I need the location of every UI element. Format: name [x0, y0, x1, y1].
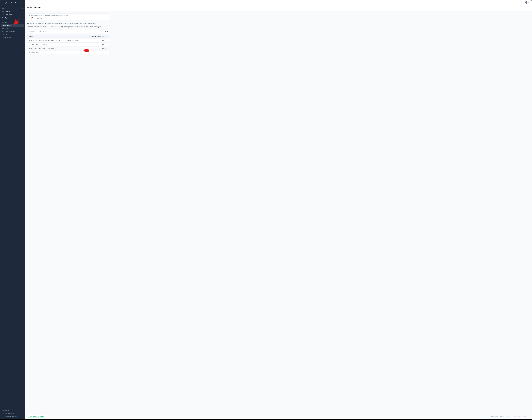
- row-menu-button[interactable]: [104, 44, 107, 45]
- search-wrap[interactable]: [27, 30, 101, 33]
- sidebar-footer-label: Support: [5, 410, 10, 411]
- chat-icon: [2, 409, 4, 411]
- sync-clusters-link[interactable]: Sync Clusters: [33, 17, 42, 19]
- sidebar-item-notification-channels[interactable]: Notification Channels: [0, 30, 25, 33]
- row-count: 3 data sources: [29, 52, 91, 53]
- sidebar: 9 github-prathamesh-sonpatki ▾ APPS Levi…: [0, 0, 25, 419]
- column-name: Name: [29, 36, 91, 37]
- add-label: Add: [105, 31, 108, 32]
- brand-logo-icon: 9: [2, 2, 4, 4]
- data-source-name: github-prathamesh-sonpatki-AMXD - ap-sou…: [29, 40, 71, 41]
- brand-logo-icon: 9: [527, 415, 529, 417]
- svg-point-24: [106, 49, 106, 49]
- list-icon: [2, 416, 4, 418]
- add-button[interactable]: Add: [102, 30, 109, 33]
- sidebar-item-label: Alert Studio: [5, 14, 12, 15]
- chevron-up-icon: [22, 8, 23, 9]
- sidebar-item-audit-trail[interactable]: Audit Trail: [0, 33, 25, 36]
- scrape-interval: 1m: [91, 48, 104, 49]
- footer-link-privacy[interactable]: Privacy: [512, 416, 516, 417]
- sidebar-item-api-access[interactable]: API Access: [0, 27, 25, 30]
- footer-link-terms[interactable]: Terms: [506, 416, 510, 417]
- row-menu-button[interactable]: [104, 48, 107, 49]
- sidebar-item-label: Data Sources: [3, 25, 11, 26]
- footer-links: Changelog Support Terms Privacy © 2024, …: [491, 415, 529, 417]
- more-vertical-icon: [105, 48, 106, 49]
- svg-point-22: [106, 48, 106, 48]
- table-footer: 3 data sources: [28, 50, 109, 54]
- svg-line-13: [30, 32, 30, 32]
- table-row[interactable]: Levitate Health (system) 1m: [28, 43, 109, 46]
- plus-icon: [103, 31, 105, 32]
- sidebar-item-label: Levitate: [5, 11, 10, 12]
- svg-point-19: [106, 44, 106, 44]
- footer-link-changelog[interactable]: Changelog: [491, 416, 498, 417]
- section-header-settings[interactable]: SETTINGS: [0, 21, 25, 24]
- page-footer: All Systems Operational Changelog Suppor…: [25, 414, 532, 419]
- chevron-up-icon: [22, 22, 23, 23]
- more-vertical-icon: [105, 40, 106, 41]
- sidebar-footer-documentation[interactable]: Documentation: [0, 412, 25, 415]
- search-input[interactable]: [31, 31, 100, 32]
- more-vertical-icon: [105, 44, 106, 45]
- sidebar-item-alert-studio[interactable]: Alert Studio: [0, 13, 25, 16]
- sidebar-item-explore[interactable]: Explore ↗: [0, 16, 25, 19]
- svg-point-20: [106, 44, 106, 45]
- toolbar: Add: [27, 30, 109, 33]
- sidebar-item-label: Notification Channels: [2, 31, 15, 32]
- section-header-apps[interactable]: APPS: [0, 7, 25, 10]
- svg-point-21: [106, 45, 106, 45]
- user-menu[interactable]: [525, 1, 529, 4]
- sidebar-item-label: Audit Trail: [2, 34, 8, 35]
- refresh-icon: [2, 14, 4, 15]
- svg-rect-1: [2, 11, 3, 12]
- caret-down-icon: ▾: [23, 2, 23, 4]
- sidebar-item-label: API Access: [2, 28, 9, 29]
- svg-point-16: [106, 40, 106, 40]
- column-scrape-interval: Scrape Interval ?: [91, 36, 104, 37]
- sidebar-footer-label: Third-Party licenses: [5, 416, 16, 418]
- help-icon[interactable]: ?: [102, 36, 104, 37]
- default-badge: DEFAULT: [73, 40, 79, 41]
- row-menu-button[interactable]: [104, 40, 107, 41]
- chevron-down-icon: [528, 2, 529, 3]
- sidebar-item-data-sources[interactable]: Data Sources: [1, 24, 24, 27]
- info-paragraph-2: The default data source is used as a fal…: [27, 26, 109, 28]
- table-row[interactable]: Production - us-east-1 (system) 1m: [28, 46, 109, 50]
- sync-icon: [31, 17, 33, 19]
- sidebar-footer-support[interactable]: Support: [0, 409, 25, 412]
- svg-point-18: [106, 41, 106, 41]
- section-label: APPS: [2, 8, 5, 9]
- svg-point-12: [29, 31, 30, 32]
- table-header: Name Scrape Interval ?: [28, 35, 109, 38]
- status-pill[interactable]: All Systems Operational: [27, 415, 45, 418]
- info-box: i If a Levitate cluster is not visible, …: [27, 14, 109, 20]
- section-label: SETTINGS: [2, 22, 8, 23]
- scrape-interval: 1m: [91, 40, 104, 41]
- status-text: All Systems Operational: [30, 416, 44, 417]
- layers-icon: [2, 11, 4, 12]
- sidebar-footer-label: Documentation: [5, 413, 14, 414]
- topbar: [25, 0, 532, 5]
- org-switcher[interactable]: 9 github-prathamesh-sonpatki ▾: [0, 0, 25, 6]
- footer-link-support[interactable]: Support: [500, 416, 504, 417]
- compass-icon: [2, 17, 4, 19]
- info-text: If a Levitate cluster is not visible, pl…: [31, 15, 68, 16]
- scrape-interval: 1m: [91, 44, 104, 45]
- content: i If a Levitate cluster is not visible, …: [25, 11, 112, 57]
- data-source-table: Name Scrape Interval ? github-prathamesh…: [27, 35, 109, 54]
- sidebar-footer-licenses[interactable]: Third-Party licenses: [0, 415, 25, 419]
- table-row[interactable]: github-prathamesh-sonpatki-AMXD - ap-sou…: [28, 38, 109, 43]
- avatar: [525, 1, 527, 4]
- copyright: © 2024, Last9 9: [518, 415, 529, 417]
- data-source-name: Levitate Health (system): [29, 44, 48, 45]
- sidebar-item-change-events[interactable]: Change Events: [0, 36, 25, 39]
- external-link-icon: ↗: [11, 17, 12, 19]
- data-source-name: Production - us-east-1 (system): [29, 48, 54, 49]
- info-icon: i: [29, 15, 30, 16]
- search-icon: [29, 31, 30, 32]
- sidebar-item-levitate[interactable]: Levitate: [0, 10, 25, 13]
- check-icon: [29, 416, 30, 417]
- sidebar-item-label: Change Events: [2, 37, 12, 38]
- svg-marker-4: [3, 18, 3, 18]
